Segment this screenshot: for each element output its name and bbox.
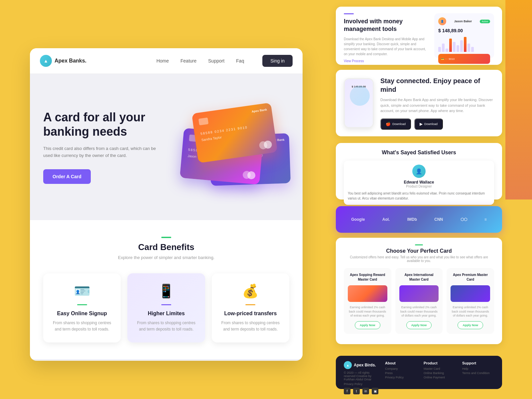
footer-col-product-title: Product [424, 361, 456, 365]
widget-user-row: 👤 Jason Baker Active [438, 17, 490, 25]
testimonials-title: What's Sayed Satisfied Users [344, 150, 494, 156]
social-other-icon[interactable]: ▣ [372, 388, 378, 394]
icon-accent-2 [161, 304, 171, 305]
hero-title: A card for all your banking needs [43, 110, 163, 139]
chart-bar-5 [453, 42, 456, 52]
chart-bar-7 [460, 40, 463, 52]
card-circles [259, 140, 272, 150]
card-chip [199, 117, 209, 125]
logo-text: Apex Banks. [55, 58, 86, 64]
benefit-text-1: From shares to shopping centres and term… [50, 320, 114, 332]
card-brand: Apex Bank [251, 108, 267, 113]
limits-icon: 📱 [134, 283, 198, 299]
benefit-text-3: From shares to shopping centres and term… [218, 320, 283, 332]
apple-download-label: Download [392, 122, 406, 126]
reviewer-role: Product Designer [348, 185, 490, 188]
footer-about-privacy[interactable]: Privacy Policy [385, 376, 417, 379]
review-text: You best sell adipiscing amet blandit ar… [348, 191, 490, 201]
section-involved: Involved with money management tools Dow… [336, 7, 502, 65]
footer-product-mastercard[interactable]: Master Card [424, 367, 456, 370]
benefit-title-1: Easy Online Signup [50, 311, 114, 317]
social-linkedin-icon[interactable]: in [362, 388, 369, 394]
footer-support-help[interactable]: Help [462, 367, 494, 370]
footer-privacy[interactable]: Privacy Policy [344, 382, 378, 386]
footer-about-press[interactable]: Press [385, 371, 417, 375]
partner-cnn: CNN [434, 217, 443, 222]
chart-bar-1 [438, 47, 441, 52]
apply-btn-3[interactable]: Apply Now [458, 321, 483, 329]
section-footer: ▲ Apex Birds. © 2020 — All rights reserv… [336, 356, 502, 389]
reviewer-avatar: 👤 [412, 165, 426, 178]
chart-bar-8 [464, 37, 466, 52]
cards-visual: 58588 0234 2231 9010 Sandra Taylor Apex … [166, 80, 293, 207]
footer-product-payment[interactable]: Online Payment [424, 376, 456, 379]
testimonial-card: 👤 Edward Wallace Product Designer You be… [344, 161, 494, 205]
footer-support-terms[interactable]: Terms and Condition [462, 371, 494, 375]
benefits-grid: 🪪 Easy Online Signup From shares to shop… [43, 273, 289, 342]
footer-col-support-title: Support [462, 361, 494, 365]
signin-button[interactable]: Sing in [262, 55, 293, 67]
footer-about-company[interactable]: Company [385, 367, 417, 370]
icon-accent-1 [77, 304, 87, 305]
google-download-button[interactable]: ▶ Download [414, 118, 443, 130]
benefit-card-2: 📱 Higher Limites From shares to shopping… [127, 273, 205, 342]
connected-description: Download the Apex Bank App and simplify … [380, 97, 494, 114]
download-buttons: 🍎 Download ▶ Download [380, 118, 494, 130]
phone-bg-circle [350, 86, 370, 106]
card-option-text-3: Earning unlimited 2% cash back could mea… [451, 305, 490, 318]
testimonial-content: 👤 Edward Wallace Product Designer You be… [344, 161, 494, 205]
social-facebook-icon[interactable]: f [344, 388, 350, 394]
footer-logo-row: ▲ Apex Birds. [344, 361, 378, 369]
nav-home[interactable]: Home [156, 58, 169, 64]
widget-avatar: 👤 [438, 17, 446, 25]
chart-bar-9 [467, 44, 470, 52]
chart-bar-10 [471, 47, 474, 52]
view-process-link[interactable]: View Process [344, 59, 428, 63]
footer-product-online-banking[interactable]: Online Banking [424, 371, 456, 375]
apply-btn-1[interactable]: Apply Now [355, 321, 380, 329]
mini-card-1 [348, 285, 387, 302]
footer-logo-text: Apex Birds. [354, 363, 376, 367]
cards-choice-header: Choose Your Perfect Card Customized offe… [344, 244, 494, 263]
green-accent-bar [161, 237, 171, 238]
cards-choice-title: Choose Your Perfect Card [344, 248, 494, 254]
bg-right-accent [505, 0, 532, 200]
mini-card-2 [399, 285, 439, 302]
nav-links: Home Feature Support Faq Sing in [156, 55, 293, 67]
footer-copyright: © 2020 — All rights reserved Creative by… [344, 371, 378, 381]
google-play-icon: ▶ [420, 122, 423, 126]
nav-support[interactable]: Support [208, 58, 224, 64]
benefit-title-2: Higher Limites [134, 311, 198, 317]
card-option-title-3: Apex Premium Master Card [451, 273, 490, 282]
order-card-button[interactable]: Order A Card [43, 169, 91, 184]
benefits-section: Card Benefits Explore the power of simpl… [30, 220, 303, 359]
transfer-icon: 💰 [218, 283, 283, 299]
connected-title: Stay connected. Enjoy peace of mind [380, 76, 494, 94]
hero-description: This credit card also differs from a cas… [43, 145, 163, 159]
social-twitter-icon[interactable]: t [353, 388, 360, 394]
cards-choice-description: Customized offers here and easy. Tell us… [344, 255, 494, 263]
partner-google: Google [351, 217, 365, 222]
cards-choice-accent [415, 244, 423, 245]
partner-6: ≡ [484, 217, 487, 222]
involved-title: Involved with money management tools [344, 18, 428, 33]
apple-icon: 🍎 [386, 122, 391, 126]
apple-download-button[interactable]: 🍎 Download [380, 118, 411, 130]
google-download-label: Download [424, 122, 438, 126]
card-option-2: Apex International Master Card Earning u… [395, 268, 443, 334]
nav-feature[interactable]: Feature [181, 58, 197, 64]
chart-bar-2 [442, 44, 445, 52]
widget-user-name: Jason Baker [454, 20, 472, 23]
icon-accent-3 [245, 304, 255, 305]
widget-card-preview: 💳 ···· 9010 [438, 54, 490, 64]
benefit-title-3: Low-priced transfers [218, 311, 283, 317]
involved-accent-bar [344, 13, 354, 14]
benefits-description: Explore the power of simpler and smarter… [43, 255, 289, 260]
section-partners: Google Aol. IMDb CNN ⬡⬡ ≡ [336, 206, 502, 233]
chart-bar-4 [449, 39, 452, 52]
partner-imdb: IMDb [407, 217, 417, 222]
apply-btn-2[interactable]: Apply Now [406, 321, 432, 329]
nav-faq[interactable]: Faq [236, 58, 244, 64]
widget-card-label: 💳 ···· 9010 [441, 58, 455, 61]
section-testimonials: What's Sayed Satisfied Users 👤 Edward Wa… [336, 143, 502, 200]
